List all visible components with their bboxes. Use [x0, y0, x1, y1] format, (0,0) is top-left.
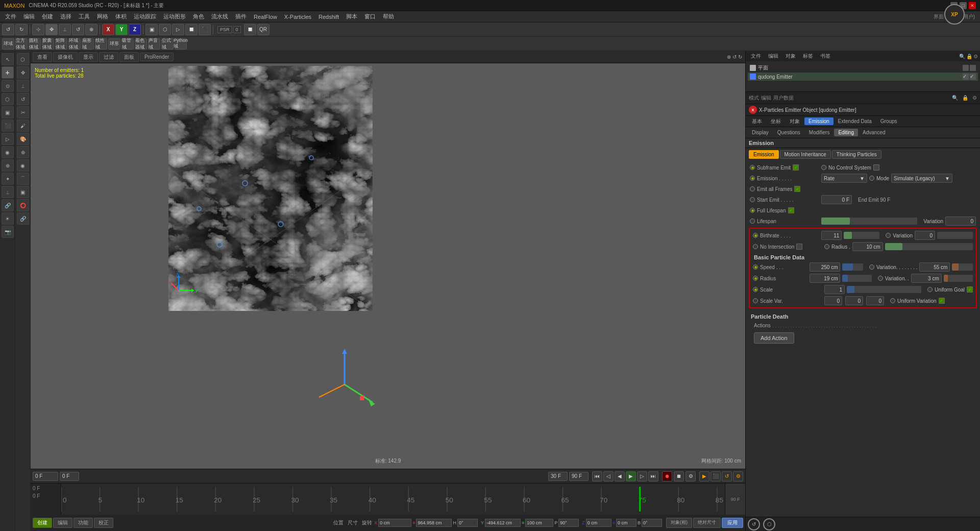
end-frame-input[interactable] [569, 472, 589, 481]
menu-volume[interactable]: 体积 [112, 12, 130, 21]
vp-tab-display[interactable]: 显示 [79, 52, 98, 62]
menu-redshift[interactable]: Redshift [315, 13, 342, 21]
menu-motion-track[interactable]: 运动跟踪 [131, 12, 159, 21]
no-intersection-radio[interactable] [753, 244, 758, 249]
sidebar-icon-tex[interactable]: ⬛ [2, 119, 14, 132]
subtab-advanced[interactable]: Advanced [859, 129, 889, 136]
scale-slider[interactable] [847, 286, 921, 293]
subframe-emit-checkbox[interactable]: ✓ [793, 164, 799, 171]
sidebar-icon-fx[interactable]: ✦ [2, 173, 14, 185]
birthrate-input[interactable] [821, 231, 842, 240]
radius-input[interactable] [810, 274, 840, 283]
tool-paint[interactable]: 🎨 [17, 133, 29, 145]
goto-end-button[interactable]: ⏭ [648, 471, 658, 481]
subtab-editing[interactable]: Editing [834, 129, 858, 136]
texture-button[interactable]: ⬛ [199, 24, 211, 35]
menu-realflow[interactable]: RealFlow [251, 13, 280, 21]
om-tab-file[interactable]: 文件 [748, 52, 764, 60]
tool-select[interactable]: ⬡ [17, 53, 29, 65]
apply-button[interactable]: 应用 [722, 518, 743, 528]
speed-input[interactable] [810, 262, 840, 272]
object-rel-button[interactable]: 对象(相) [666, 518, 692, 528]
prev-frame-button[interactable]: ◁ [603, 471, 614, 481]
tab-extended-data[interactable]: Extended Data [834, 117, 876, 125]
linear-domain[interactable]: 线性域 [95, 38, 107, 50]
vp-tab-prorender[interactable]: ProRender [140, 53, 174, 61]
scale-var-z-input[interactable] [866, 296, 884, 305]
menu-file[interactable]: 文件 [2, 12, 19, 21]
subframe-emit-radio[interactable] [750, 165, 755, 170]
em-tab-motion-inheritance[interactable]: Motion Inheritance [780, 150, 831, 159]
record-button[interactable]: ⏺ [662, 471, 672, 481]
python-domain[interactable]: Python域 [175, 38, 187, 50]
menu-motion-graphic[interactable]: 运动图形 [160, 12, 189, 21]
sidebar-icon-sim[interactable]: ⊕ [2, 159, 14, 172]
variation-birth-input[interactable] [915, 231, 935, 240]
variation-radius-slider[interactable] [944, 275, 973, 282]
emission-dropdown[interactable]: Rate ▼ [821, 174, 867, 183]
sidebar-icon-object[interactable]: ⊙ [2, 80, 14, 92]
lifespan-slider[interactable] [821, 218, 917, 225]
tab-function[interactable]: 功能 [74, 518, 93, 528]
uniform-goal-radio[interactable] [927, 287, 933, 292]
transform-button[interactable]: ⊕ [85, 24, 97, 35]
om-tab-tags[interactable]: 标签 [800, 52, 816, 60]
subtab-display[interactable]: Display [748, 129, 773, 136]
om-tab-edit[interactable]: 编辑 [765, 52, 781, 60]
variation-speed-radio[interactable] [869, 264, 874, 270]
tool-smooth[interactable]: ◉ [17, 159, 29, 172]
tab-coords[interactable]: 坐标 [767, 117, 785, 126]
start-emit-input[interactable] [821, 195, 852, 204]
xp-cache-button[interactable]: ⬛ [710, 471, 721, 481]
props-settings-icon[interactable]: ⚙ [972, 95, 977, 101]
viewport[interactable]: Number of emitters: 1 Total live particl… [31, 63, 745, 469]
tool-extrude[interactable]: ▣ [17, 186, 29, 198]
sidebar-icon-camera[interactable]: 📷 [2, 226, 14, 238]
redo-button[interactable]: ↻ [15, 24, 28, 35]
obj-plane[interactable]: 平面 [748, 63, 978, 73]
h-rot-input[interactable] [457, 519, 478, 527]
tool-loop[interactable]: ⭕ [17, 199, 29, 211]
sidebar-icon-anim[interactable]: ◉ [2, 146, 14, 158]
vp-tab-view[interactable]: 查看 [33, 52, 52, 62]
emit-all-radio[interactable] [750, 186, 755, 191]
formula-domain[interactable]: 公式域 [161, 38, 174, 50]
no-intersection-checkbox[interactable] [796, 244, 802, 250]
no-control-radio[interactable] [821, 165, 826, 170]
radius-ni-radio[interactable] [824, 244, 829, 249]
close-button[interactable]: ✕ [969, 2, 976, 9]
sidebar-icon-model[interactable]: ▣ [2, 106, 14, 118]
z-pos-input[interactable] [586, 519, 611, 527]
undo-button[interactable]: ↺ [2, 24, 14, 35]
emit-all-checkbox[interactable]: ✓ [794, 186, 800, 192]
live-select-button[interactable]: ⊹ [32, 24, 44, 35]
current-frame-input[interactable] [33, 472, 58, 481]
subtab-questions[interactable]: Questions [773, 129, 804, 136]
play-backward-button[interactable]: ◀ [615, 471, 625, 481]
stop-button[interactable]: ⏹ [674, 471, 684, 481]
cylinder-domain[interactable]: 圆柱体域 [29, 38, 41, 50]
coord-z[interactable]: Z [129, 24, 141, 35]
tool-knife[interactable]: ✂ [17, 106, 29, 118]
tool-arch[interactable]: ⌒ [17, 173, 29, 185]
x-pos-input[interactable] [378, 519, 411, 527]
back-button[interactable]: ↺ [748, 518, 760, 530]
full-lifespan-radio[interactable] [750, 208, 755, 213]
tab-correct[interactable]: 校正 [94, 518, 113, 528]
abs-size-button[interactable]: 绝对尺寸 [693, 518, 721, 528]
obj-emitter[interactable]: qudong Emitter ✓ ✓ [748, 73, 978, 81]
capsule-domain[interactable]: 胶囊体域 [42, 38, 54, 50]
uniform-goal-checkbox[interactable]: ✓ [967, 286, 973, 293]
auto-key-button[interactable]: ⚙ [685, 471, 696, 481]
x-size-input[interactable] [416, 519, 452, 527]
tool-brush[interactable]: 🖌 [17, 119, 29, 132]
snap-button[interactable]: 🔲 [244, 24, 256, 35]
sidebar-icon-light[interactable]: ☀ [2, 212, 14, 225]
y-size-input[interactable] [525, 519, 553, 527]
em-tab-thinking-particles[interactable]: Thinking Particles [832, 150, 881, 159]
om-tab-bookmarks[interactable]: 书签 [817, 52, 834, 60]
scale-var-radio[interactable] [753, 298, 758, 303]
z-size-input[interactable] [616, 519, 636, 527]
variation-speed-slider[interactable] [952, 263, 973, 271]
poly-model-button[interactable]: ▣ [145, 24, 158, 35]
